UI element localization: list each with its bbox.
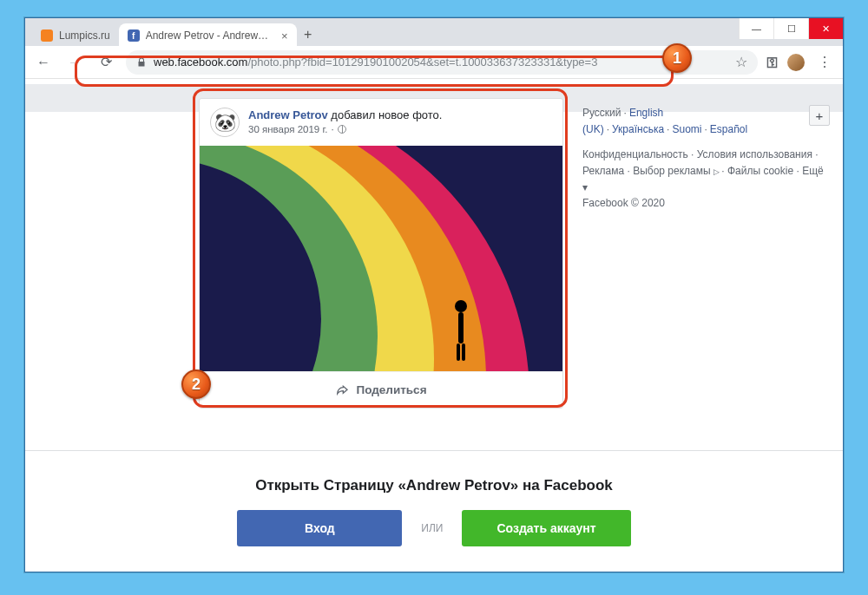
share-label: Поделиться — [356, 383, 426, 396]
painting-rainbow — [200, 146, 562, 371]
profile-avatar[interactable] — [787, 54, 805, 71]
post-action-text: добавил новое фото. — [328, 108, 443, 121]
cta-separator: ИЛИ — [421, 522, 443, 534]
page-content: 🐼 Andrew Petrov добавил новое фото. 30 я… — [25, 84, 843, 572]
author-name-link[interactable]: Andrew Petrov — [248, 108, 328, 121]
right-sidebar: + Русский·English (UK)·Українська·Suomi·… — [582, 105, 830, 212]
lang-current: Русский — [582, 107, 621, 119]
favicon-lumpics-icon — [41, 29, 53, 42]
footer-link[interactable]: Файлы cookie — [727, 165, 793, 177]
lang-link[interactable]: Українська — [612, 123, 664, 135]
back-button[interactable]: ← — [32, 51, 55, 74]
language-list: Русский·English (UK)·Українська·Suomi·Es… — [582, 105, 830, 138]
lang-link[interactable]: Español — [710, 123, 747, 135]
forward-button[interactable]: → — [63, 51, 86, 74]
painting-figure — [450, 300, 471, 363]
privacy-public-icon[interactable] — [338, 125, 346, 134]
saved-passwords-icon[interactable]: ⚿ — [766, 56, 779, 69]
browser-toolbar: ← → ⟳ web.facebook.com/photo.php?fbid=10… — [25, 46, 843, 79]
annotation-badge-2: 2 — [181, 369, 211, 399]
login-cta-banner: Открыть Страницу «Andrew Petrov» на Face… — [25, 450, 843, 572]
browser-window: — ☐ ✕ Lumpics.ru f Andrew Petrov - Andre… — [24, 17, 844, 572]
author-avatar[interactable]: 🐼 — [210, 108, 240, 137]
adchoices-icon: ▷ — [713, 167, 719, 176]
close-tab-icon[interactable]: × — [276, 29, 288, 42]
footer-link[interactable]: Выбор рекламы — [633, 165, 710, 177]
window-controls: — ☐ ✕ — [739, 18, 843, 39]
post-image[interactable] — [200, 146, 562, 371]
post-date[interactable]: 30 января 2019 г. — [248, 123, 327, 137]
share-arrow-icon — [335, 383, 349, 397]
share-button[interactable]: Поделиться — [200, 371, 562, 408]
copyright: Facebook © 2020 — [582, 197, 665, 209]
lock-icon — [136, 57, 147, 68]
signup-button[interactable]: Создать аккаунт — [462, 510, 630, 546]
tab-lumpics[interactable]: Lumpics.ru — [32, 23, 119, 48]
lang-link[interactable]: Suomi — [672, 123, 701, 135]
tab-facebook[interactable]: f Andrew Petrov - Andrew Petrov × — [119, 23, 297, 48]
tab-title: Lumpics.ru — [59, 29, 110, 42]
post-header: 🐼 Andrew Petrov добавил новое фото. 30 я… — [200, 99, 562, 146]
footer-link[interactable]: Реклама — [582, 165, 624, 177]
cta-heading: Открыть Страницу «Andrew Petrov» на Face… — [255, 477, 613, 494]
login-button[interactable]: Вход — [237, 510, 402, 546]
tab-strip: Lumpics.ru f Andrew Petrov - Andrew Petr… — [25, 18, 843, 46]
new-tab-button[interactable]: + — [297, 23, 319, 46]
reload-button[interactable]: ⟳ — [95, 51, 117, 74]
tab-title: Andrew Petrov - Andrew Petrov — [146, 29, 270, 42]
annotation-badge-1: 1 — [662, 43, 692, 73]
footer-links: Конфиденциальность · Условия использован… — [582, 147, 830, 211]
minimize-button[interactable]: — — [739, 18, 773, 39]
bookmark-star-icon[interactable]: ☆ — [735, 54, 747, 70]
post-meta: 30 января 2019 г. · — [248, 123, 442, 137]
footer-link[interactable]: Условия использования — [697, 148, 812, 160]
footer-link[interactable]: Конфиденциальность — [582, 148, 688, 160]
footer-link[interactable]: Ещё — [802, 165, 824, 177]
close-button[interactable]: ✕ — [808, 18, 843, 39]
url-text: web.facebook.com/photo.php?fbid=10129190… — [154, 56, 728, 69]
favicon-facebook-icon: f — [128, 29, 140, 42]
maximize-button[interactable]: ☐ — [773, 18, 808, 39]
add-language-button[interactable]: + — [809, 105, 830, 126]
menu-button[interactable]: ⋮ — [813, 51, 836, 74]
photo-post-card: 🐼 Andrew Petrov добавил новое фото. 30 я… — [199, 98, 563, 409]
